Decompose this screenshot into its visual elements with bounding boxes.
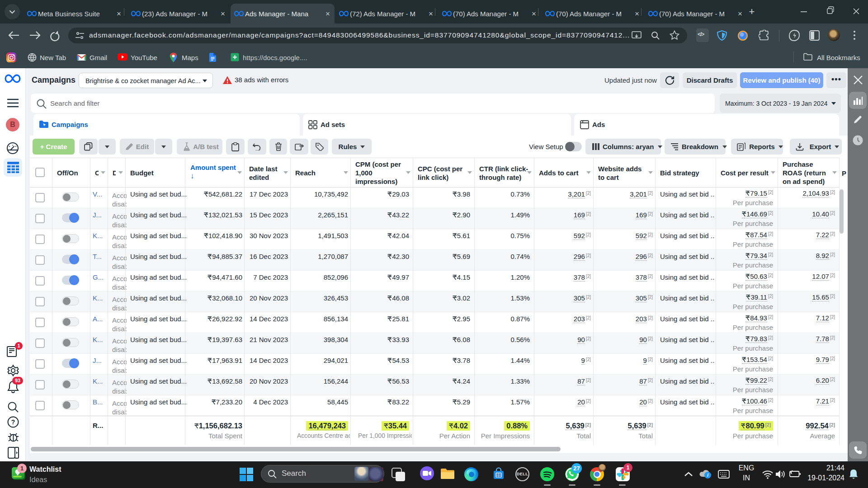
- svg-text:?: ?: [11, 418, 15, 426]
